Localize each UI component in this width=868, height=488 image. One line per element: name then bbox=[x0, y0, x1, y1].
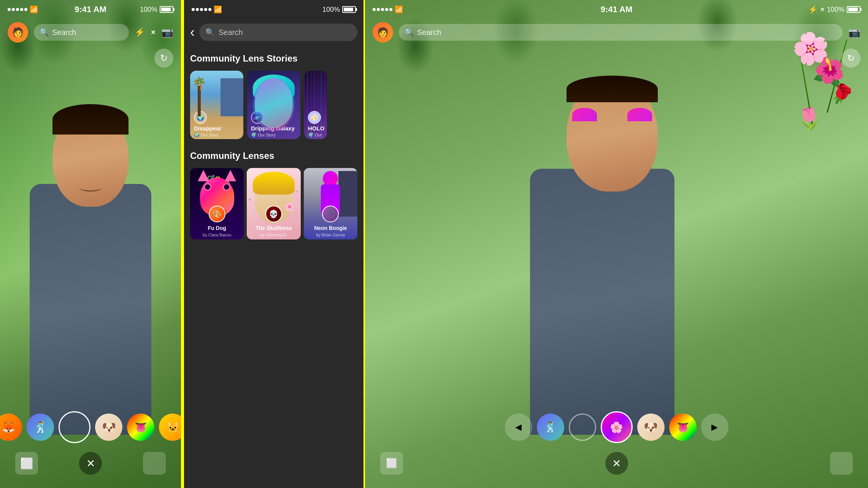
right-memories-button[interactable]: ⬜ bbox=[380, 452, 403, 475]
eye-shadow-left bbox=[572, 108, 597, 121]
right-lens-prev[interactable]: ◀ bbox=[505, 414, 532, 441]
chat-button[interactable] bbox=[143, 452, 166, 475]
neon-creator: by Brian Garcia bbox=[304, 233, 357, 237]
battery-fill bbox=[161, 8, 171, 11]
memories-button[interactable]: ⬜ bbox=[15, 452, 38, 475]
community-lenses-section: Community Lenses 🐉 🎨 bbox=[190, 151, 357, 239]
flash-x-icon: ✕ bbox=[151, 29, 156, 36]
right-cancel-button[interactable]: ✕ bbox=[605, 452, 628, 475]
neon-head bbox=[323, 171, 338, 186]
lens-item-dance[interactable]: 🕺 bbox=[27, 414, 54, 441]
lens-item-dog[interactable]: 🐶 bbox=[95, 414, 122, 441]
fu-dog-name: Fu Dog bbox=[190, 225, 244, 231]
story-card-dripping-galaxy[interactable]: 🌌 Dripping Galaxy 🌍 Our Story bbox=[247, 71, 300, 139]
search-battery-tip bbox=[356, 8, 357, 11]
search-battery-fill bbox=[344, 8, 353, 11]
right-user-avatar[interactable]: 🧑 bbox=[373, 22, 393, 43]
community-lenses-title: Community Lenses bbox=[190, 151, 357, 161]
right-chat-button[interactable] bbox=[830, 452, 853, 475]
signal-dot-2 bbox=[12, 8, 15, 11]
story-card-holo[interactable]: ✨ HOLO 🌍 Our bbox=[304, 71, 327, 139]
lens-card-neon-boogie[interactable]: 🎵 Neon Boogie by Brian Garcia bbox=[304, 168, 357, 239]
signal-strength bbox=[8, 8, 27, 11]
search-battery: 100% bbox=[322, 6, 340, 14]
search-icon: 🔍 bbox=[40, 28, 49, 37]
right-rotate-icon[interactable]: ↻ bbox=[841, 49, 860, 68]
globe-icon-3: 🌍 bbox=[308, 132, 314, 138]
search-top-bar: ‹ 🔍 Search bbox=[184, 19, 363, 46]
person-body bbox=[30, 184, 151, 435]
right-top-bar: 🧑 🔍 Search 📷 bbox=[365, 19, 868, 46]
wifi-icon: 📶 bbox=[30, 5, 38, 14]
lens-selector-bar: 🦊 🕺 🐶 👅 🐱 bbox=[0, 408, 181, 446]
right-lens-dance[interactable]: 🕺 bbox=[537, 414, 564, 441]
cancel-button[interactable]: ✕ bbox=[79, 452, 102, 475]
right-flash-x: ✕ bbox=[820, 6, 825, 13]
neon-name: Neon Boogie bbox=[304, 225, 357, 231]
search-bar[interactable]: 🔍 Search bbox=[34, 24, 129, 41]
right-battery-tip bbox=[860, 8, 862, 11]
search-status-bar: 📶 9:41 AM 100% bbox=[184, 0, 363, 19]
search-battery-icon bbox=[342, 6, 356, 13]
top-right-actions: ⚡ ✕ 📷 bbox=[135, 27, 173, 38]
right-lens-more[interactable]: ▶ bbox=[701, 414, 728, 441]
right-battery-icon bbox=[847, 6, 860, 13]
right-lens-dog[interactable]: 🐶 bbox=[637, 414, 665, 441]
search-input-placeholder: Search bbox=[219, 28, 243, 37]
camera-flip-icon[interactable]: 📷 bbox=[161, 27, 173, 38]
story-card-disappear[interactable]: 🌴 🌍 Disappear 🌍 Our Story bbox=[190, 71, 243, 139]
status-right: 100% bbox=[140, 6, 173, 14]
right-search-bar[interactable]: 🔍 Search bbox=[399, 24, 843, 41]
lens-item-rainbow[interactable]: 👅 bbox=[127, 414, 154, 441]
right-lens-none[interactable] bbox=[569, 414, 596, 441]
right-camera-flip-icon[interactable]: 📷 bbox=[848, 27, 860, 38]
battery-icon bbox=[160, 6, 173, 13]
eye-shadow-right bbox=[627, 108, 652, 121]
right-wifi-icon: 📶 bbox=[395, 5, 403, 14]
left-camera-panel: 📶 9:41 AM 100% 🧑 🔍 Search ⚡ ✕ 📷 ↻ 🦊 🕺 🐶 bbox=[0, 0, 182, 488]
lens-item-sticker[interactable]: 🦊 bbox=[0, 414, 22, 441]
search-status-right: 100% bbox=[322, 6, 356, 14]
story-avatar-holo: ✨ bbox=[308, 111, 321, 124]
signal-dot-1 bbox=[8, 8, 11, 11]
flower-filter-3: 🌷 bbox=[795, 105, 823, 132]
right-lens-flower-active[interactable]: 🌸 bbox=[601, 411, 633, 443]
right-lens-selector-bar: ◀ 🕺 🌸 🐶 👅 ▶ bbox=[365, 408, 868, 446]
fu-dog-avatar: 🎨 bbox=[209, 206, 225, 222]
left-status-bar: 📶 9:41 AM 100% bbox=[0, 0, 181, 19]
right-battery: 100% bbox=[827, 6, 844, 14]
community-lenses-grid: 🐉 🎨 Fu Dog by Clara Bacou bbox=[190, 168, 357, 239]
back-button[interactable]: ‹ bbox=[190, 24, 195, 40]
status-time: 9:41 AM bbox=[75, 5, 106, 14]
right-lens-rainbow[interactable]: 👅 bbox=[669, 414, 697, 441]
search-signal bbox=[192, 8, 211, 11]
skulltress-creator: by Vanessa D. bbox=[247, 233, 300, 237]
skulltress-flower: 🌸 bbox=[284, 202, 295, 212]
signal-dot-5 bbox=[24, 8, 27, 11]
fu-dog-eye-left bbox=[204, 183, 211, 191]
right-battery-fill bbox=[848, 8, 858, 11]
lens-card-fu-dog[interactable]: 🐉 🎨 Fu Dog by Clara Bacou bbox=[190, 168, 244, 239]
flash-off-icon[interactable]: ⚡ bbox=[135, 27, 145, 37]
skulltress-avatar: 💀 bbox=[265, 206, 282, 222]
search-results: Community Lens Stories 🌴 🌍 Disappear 🌍 O… bbox=[184, 46, 363, 488]
user-avatar[interactable]: 🧑 bbox=[8, 22, 28, 43]
signal-dot-4 bbox=[20, 8, 23, 11]
right-search-icon: 🔍 bbox=[405, 28, 414, 37]
right-person-body bbox=[530, 169, 674, 435]
right-person-face bbox=[567, 78, 658, 192]
story-cards-row: 🌴 🌍 Disappear 🌍 Our Story bbox=[190, 71, 357, 139]
right-top-right-actions: 📷 bbox=[848, 27, 860, 38]
lens-item-none-active[interactable] bbox=[59, 411, 90, 443]
story-title-holo: HOLO bbox=[308, 125, 324, 132]
lens-card-skulltress[interactable]: 🌸 💀 The Skulltress by Vanessa D. bbox=[247, 168, 300, 239]
memories-icon: ⬜ bbox=[20, 457, 33, 470]
building bbox=[221, 78, 243, 116]
search-input-bar[interactable]: 🔍 Search bbox=[199, 24, 357, 41]
right-status-left: 📶 bbox=[373, 5, 403, 14]
fu-dog-eye-right bbox=[223, 183, 230, 191]
lens-item-cat[interactable]: 🐱 bbox=[159, 414, 182, 441]
rotate-lens-icon[interactable]: ↻ bbox=[154, 49, 173, 68]
status-left: 📶 bbox=[8, 5, 38, 14]
palm-leaves: 🌴 bbox=[192, 76, 206, 90]
